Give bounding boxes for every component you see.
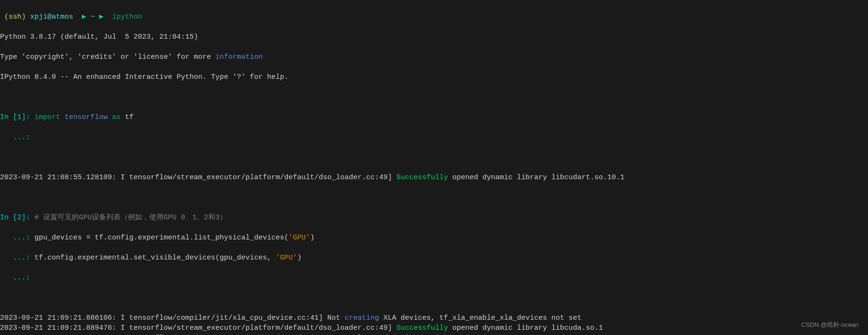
keyword-as: as	[112, 113, 121, 121]
shell-prompt-line: (ssh) xpji@atmos ▶ ~ ▶ ipython	[0, 12, 868, 22]
cwd-tilde: ~	[90, 13, 95, 21]
comment: # 设置可见的GPU设备列表（例如，使用GPU 0、1、2和3）	[34, 214, 227, 222]
python-version: Python 3.8.17 (default, Jul 5 2023, 21:0…	[0, 32, 868, 42]
success-word: Successfully	[396, 173, 448, 182]
keyword-import: import	[34, 113, 60, 121]
log-line: 2023-09-21 21:09:21.918548: I tensorflow…	[0, 333, 868, 335]
input-cell-2: In [2]: # 设置可见的GPU设备列表（例如，使用GPU 0、1、2和3）	[0, 213, 868, 223]
in-prompt: In [2]:	[0, 214, 30, 222]
terminal-output[interactable]: (ssh) xpji@atmos ▶ ~ ▶ ipython Python 3.…	[0, 0, 868, 335]
string-literal: 'GPU'	[276, 254, 297, 262]
continuation: ...:	[0, 132, 868, 142]
watermark-text: CSDN @简朴-ocean	[801, 321, 858, 329]
log-line: 2023-09-21 21:09:21.889476: I tensorflow…	[0, 323, 868, 333]
typed-command: ipython	[112, 13, 142, 21]
string-literal: 'GPU'	[289, 234, 310, 242]
type-help-line: Type 'copyright', 'credits' or 'license'…	[0, 52, 868, 62]
arrow-icon: ▶	[99, 13, 103, 21]
module-name: tensorflow	[65, 113, 108, 121]
info-link[interactable]: information	[215, 53, 263, 61]
user-host: xpji@atmos	[30, 13, 73, 21]
ipython-banner: IPython 8.4.0 -- An enhanced Interactive…	[0, 72, 868, 82]
continuation: ...:	[0, 273, 868, 283]
continuation-line: ...: gpu_devices = tf.config.experimenta…	[0, 233, 868, 243]
log-line: 2023-09-21 21:08:55.128109: I tensorflow…	[0, 173, 868, 183]
input-cell-1: In [1]: import tensorflow as tf	[0, 112, 868, 122]
in-prompt: In [1]:	[0, 113, 30, 121]
log-line: 2023-09-21 21:09:21.886106: I tensorflow…	[0, 313, 868, 323]
alias: tf	[125, 113, 134, 121]
ssh-tag: (ssh)	[4, 13, 26, 21]
arrow-icon: ▶	[82, 13, 86, 21]
continuation-line: ...: tf.config.experimental.set_visible_…	[0, 253, 868, 263]
